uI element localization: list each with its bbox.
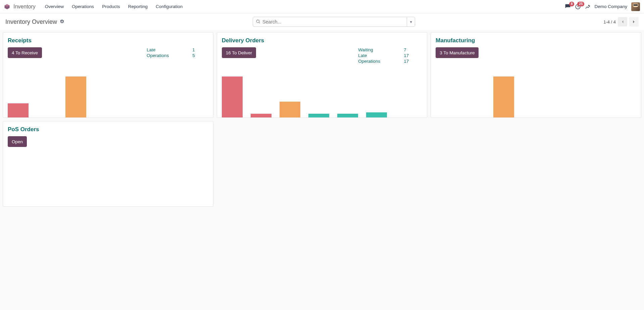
- manufacturing-chart: [431, 76, 641, 117]
- delivery-chart: [217, 76, 427, 117]
- page-title: Inventory Overview: [5, 18, 57, 25]
- search-icon: [256, 19, 260, 25]
- card-delivery: Delivery Orders 16 To Deliver Waiting 7 …: [217, 32, 428, 118]
- nav-links: Overview Operations Products Reporting C…: [41, 1, 187, 12]
- company-name[interactable]: Demo Company: [594, 4, 627, 9]
- card-pos: PoS Orders Open: [3, 121, 213, 207]
- card-manufacturing: Manufacturing 3 To Manufacture: [431, 32, 641, 118]
- receipts-action-button[interactable]: 4 To Receive: [8, 47, 42, 58]
- card-title-receipts[interactable]: Receipts: [3, 33, 213, 45]
- search-input[interactable]: [262, 19, 404, 24]
- topnav-right: 8 25 Demo Company: [565, 2, 640, 11]
- stat-label[interactable]: Late: [147, 47, 169, 52]
- card-body: 3 To Manufacture: [431, 45, 641, 58]
- stat-value[interactable]: 1: [192, 47, 195, 52]
- pager-next[interactable]: [629, 17, 639, 27]
- stat-label[interactable]: Operations: [147, 53, 169, 58]
- messages-icon[interactable]: 8: [565, 4, 571, 10]
- card-title-manufacturing[interactable]: Manufacturing: [431, 33, 641, 45]
- breadcrumb: Inventory Overview: [5, 18, 64, 25]
- nav-configuration[interactable]: Configuration: [152, 1, 187, 12]
- card-body: Open: [3, 134, 213, 147]
- search-dropdown-toggle[interactable]: ▼: [407, 17, 415, 27]
- app-logo[interactable]: [4, 4, 10, 10]
- nav-products[interactable]: Products: [98, 1, 124, 12]
- pos-chart: [3, 165, 213, 206]
- pos-action-button[interactable]: Open: [8, 136, 27, 147]
- nav-operations[interactable]: Operations: [68, 1, 98, 12]
- messages-badge: 8: [569, 2, 575, 6]
- chart-bar: [308, 114, 329, 117]
- search-wrap: ▼: [253, 17, 415, 27]
- chart-bar: [366, 112, 387, 117]
- chart-bar: [8, 103, 29, 117]
- chart-bar: [222, 76, 243, 117]
- card-body: 16 To Deliver Waiting 7 Late 17 Operatio…: [217, 45, 427, 64]
- nav-overview[interactable]: Overview: [41, 1, 68, 12]
- chart-bar: [251, 114, 271, 117]
- card-receipts: Receipts 4 To Receive Late 1 Operations …: [3, 32, 213, 118]
- card-title-delivery[interactable]: Delivery Orders: [217, 33, 427, 45]
- receipts-chart: [3, 76, 213, 117]
- manufacturing-action-button[interactable]: 3 To Manufacture: [436, 47, 479, 58]
- delivery-action-button[interactable]: 16 To Deliver: [222, 47, 256, 58]
- nav-reporting[interactable]: Reporting: [124, 1, 152, 12]
- pager: 1-4 / 4: [603, 17, 639, 27]
- stat-label[interactable]: Late: [358, 53, 380, 58]
- stat-label[interactable]: Operations: [358, 59, 380, 64]
- stat-value[interactable]: 17: [404, 53, 409, 58]
- kanban-grid: Receipts 4 To Receive Late 1 Operations …: [0, 30, 644, 209]
- chart-bar: [280, 102, 300, 117]
- chart-bar: [337, 114, 358, 117]
- card-body: 4 To Receive Late 1 Operations 5: [3, 45, 213, 58]
- avatar[interactable]: [631, 2, 640, 11]
- activities-badge: 25: [577, 2, 584, 6]
- app-name[interactable]: Inventory: [13, 4, 36, 10]
- stat-value[interactable]: 5: [192, 53, 195, 58]
- chart-bar: [493, 76, 514, 117]
- control-bar: Inventory Overview ▼ 1-4 / 4: [0, 13, 644, 30]
- stat-value[interactable]: 7: [404, 47, 409, 52]
- svg-point-3: [256, 20, 259, 22]
- stat-label[interactable]: Waiting: [358, 47, 380, 52]
- activities-icon[interactable]: 25: [575, 4, 581, 10]
- chart-bar: [65, 76, 86, 117]
- receipts-stats: Late 1 Operations 5: [147, 47, 208, 58]
- top-nav: Inventory Overview Operations Products R…: [0, 0, 644, 13]
- search-box[interactable]: [253, 17, 407, 27]
- gear-icon[interactable]: [60, 19, 64, 25]
- pager-text: 1-4 / 4: [603, 19, 616, 24]
- svg-line-4: [259, 22, 260, 23]
- card-title-pos[interactable]: PoS Orders: [3, 121, 213, 134]
- stat-value[interactable]: 17: [404, 59, 409, 64]
- delivery-stats: Waiting 7 Late 17 Operations 17: [358, 47, 422, 64]
- pager-prev[interactable]: [618, 17, 627, 27]
- debug-icon[interactable]: [585, 4, 590, 9]
